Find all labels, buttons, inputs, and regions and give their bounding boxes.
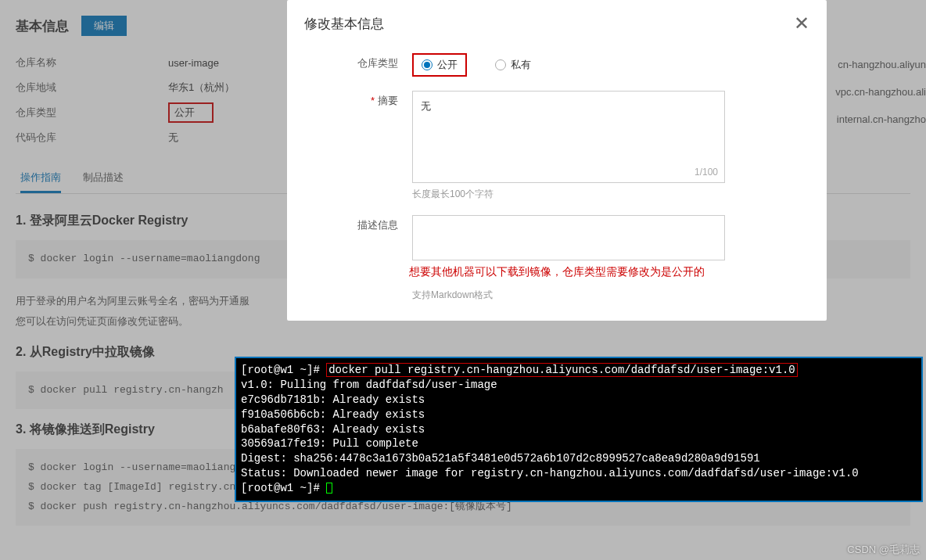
summary-value: 无 [421,100,431,112]
term-line-4: f910a506b6cb: Already exists [241,407,917,422]
term-line-6: 30569a17fe19: Pull complete [241,436,917,451]
modal-body: 仓库类型 公开 私有 *摘要 无 1/100 长度最长100个字符 [287,42,827,321]
term-prompt: [root@w1 ~]# [241,364,326,376]
terminal: [root@w1 ~]# docker pull registry.cn-han… [235,357,923,502]
radio-group: 公开 私有 [412,53,780,77]
close-icon[interactable]: ✕ [794,14,809,33]
cursor-icon [326,483,332,494]
term-line-2: v1.0: Pulling from dadfdafsd/user-image [241,378,917,393]
term-prompt2: [root@w1 ~]# [241,482,326,494]
watermark: CSDN @毛莉志 [847,543,920,557]
radio-private-label: 私有 [511,58,531,72]
radio-private[interactable]: 私有 [489,55,537,75]
desc-textarea[interactable] [412,215,725,260]
form-row-type: 仓库类型 公开 私有 [334,53,780,77]
radio-public-label: 公开 [437,58,458,72]
form-label-summary: *摘要 [334,91,412,201]
radio-icon [422,59,432,70]
term-line-8: Status: Downloaded newer image for regis… [241,466,917,481]
radio-icon [495,59,506,70]
form-label-type: 仓库类型 [334,53,412,77]
form-value-summary: 无 1/100 长度最长100个字符 [412,91,780,201]
term-line-7: Digest: sha256:4478c3a1673b0a521a5f3481e… [241,451,917,466]
form-row-summary: *摘要 无 1/100 长度最长100个字符 [334,91,780,201]
form-value-desc [412,215,780,260]
term-cmd: docker pull registry.cn-hangzhou.aliyunc… [326,363,798,377]
form-label-desc: 描述信息 [334,215,412,260]
summary-textarea[interactable]: 无 1/100 [412,91,725,183]
edit-modal: 修改基本信息 ✕ 仓库类型 公开 私有 *摘要 无 1/100 [287,0,827,321]
radio-public[interactable]: 公开 [412,53,467,77]
term-line-9: [root@w1 ~]# [241,481,917,496]
modal-header: 修改基本信息 ✕ [287,0,827,42]
form-row-desc: 描述信息 [334,215,780,260]
term-line-5: b6abafe80f63: Already exists [241,422,917,437]
term-line-1: [root@w1 ~]# docker pull registry.cn-han… [241,363,917,378]
summary-hint: 长度最长100个字符 [412,188,780,201]
modal-title: 修改基本信息 [304,15,384,33]
term-line-3: e7c96db7181b: Already exists [241,393,917,407]
char-count: 1/100 [694,167,718,178]
desc-hint: 支持Markdown格式 [412,289,780,302]
form-row-desc-hint: 支持Markdown格式 [334,284,780,302]
red-annotation: 想要其他机器可以下载到镜像，仓库类型需要修改为是公开的 [334,265,780,279]
